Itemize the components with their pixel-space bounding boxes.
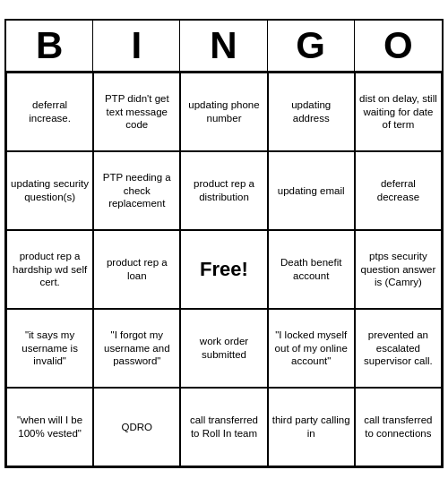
bingo-cell-5: updating security question(s)	[6, 151, 93, 230]
bingo-header: BINGO	[6, 21, 442, 73]
bingo-letter-o: O	[355, 21, 442, 71]
bingo-cell-15: "it says my username is invalid"	[6, 309, 93, 388]
bingo-cell-2: updating phone number	[180, 73, 267, 151]
bingo-cell-20: "when will I be 100% vested"	[6, 388, 93, 466]
bingo-cell-3: updating address	[268, 73, 355, 151]
bingo-cell-7: product rep a distribution	[180, 151, 267, 230]
bingo-grid: deferral increase.PTP didn't get text me…	[6, 73, 442, 466]
bingo-cell-9: deferral decrease	[355, 151, 442, 230]
bingo-cell-6: PTP needing a check replacement	[93, 151, 180, 230]
bingo-letter-i: I	[93, 21, 180, 71]
bingo-letter-n: N	[180, 21, 267, 71]
bingo-cell-13: Death benefit account	[268, 230, 355, 309]
bingo-cell-21: QDRO	[93, 388, 180, 466]
bingo-cell-17: work order submitted	[180, 309, 267, 388]
bingo-card: BINGO deferral increase.PTP didn't get t…	[4, 19, 444, 468]
bingo-cell-12: Free!	[180, 230, 267, 309]
bingo-cell-14: ptps security question answer is (Camry)	[355, 230, 442, 309]
bingo-cell-8: updating email	[268, 151, 355, 230]
bingo-cell-18: "I locked myself out of my online accoun…	[268, 309, 355, 388]
bingo-cell-24: call transferred to connections	[355, 388, 442, 466]
bingo-cell-1: PTP didn't get text message code	[93, 73, 180, 151]
bingo-cell-0: deferral increase.	[6, 73, 93, 151]
bingo-cell-23: third party calling in	[268, 388, 355, 466]
bingo-cell-22: call transferred to Roll In team	[180, 388, 267, 466]
bingo-letter-g: G	[268, 21, 355, 71]
bingo-cell-10: product rep a hardship wd self cert.	[6, 230, 93, 309]
bingo-cell-19: prevented an escalated supervisor call.	[355, 309, 442, 388]
bingo-cell-11: product rep a loan	[93, 230, 180, 309]
bingo-letter-b: B	[6, 21, 93, 71]
bingo-cell-16: "I forgot my username and password"	[93, 309, 180, 388]
bingo-cell-4: dist on delay, still waiting for date of…	[355, 73, 442, 151]
